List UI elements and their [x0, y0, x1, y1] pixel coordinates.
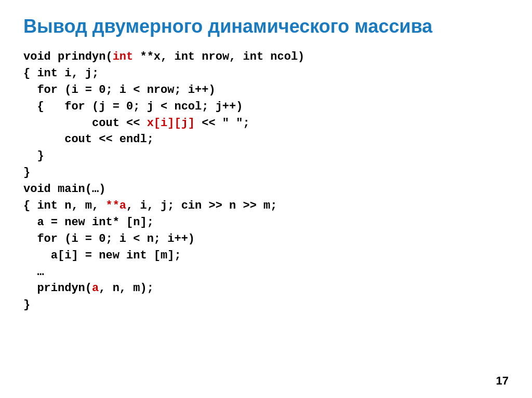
code-segment-x: x[i][j] — [147, 117, 195, 130]
code-segment: { int i, j; — [23, 67, 99, 80]
slide-number: 17 — [496, 374, 509, 388]
code-line-9: void main(…) — [23, 181, 509, 198]
code-line-6: cout << endl; — [23, 131, 509, 148]
code-segment: , n, m); — [99, 282, 154, 295]
code-line-7: } — [23, 148, 509, 164]
code-line-14: … — [23, 264, 509, 281]
code-line-4: { for (j = 0; j < ncol; j++) — [23, 99, 509, 115]
code-segment-a2: a — [92, 282, 99, 295]
code-segment-int1: int — [113, 50, 134, 63]
code-line-13: a[i] = new int [m]; — [23, 248, 509, 264]
code-segment: a = new int* [n]; — [23, 216, 154, 229]
code-line-1: void prindyn(int **x, int nrow, int ncol… — [23, 49, 509, 65]
code-segment: cout << endl; — [23, 133, 154, 146]
code-segment: a[i] = new int [m]; — [23, 249, 181, 262]
code-segment: for (i = 0; i < n; i++) — [23, 232, 195, 245]
code-segment: prindyn( — [23, 282, 92, 295]
code-segment: } — [23, 149, 44, 162]
code-segment: void main(…) — [23, 183, 105, 196]
code-line-12: for (i = 0; i < n; i++) — [23, 231, 509, 248]
code-segment-a: **a — [105, 199, 126, 212]
code-segment: … — [23, 266, 44, 279]
code-line-15: prindyn(a, n, m); — [23, 280, 509, 297]
code-segment: << " "; — [195, 117, 250, 130]
code-segment: cout << — [23, 117, 147, 130]
code-line-2: { int i, j; — [23, 65, 509, 82]
code-segment: { for (j = 0; j < ncol; j++) — [23, 100, 243, 113]
slide: Вывод двумерного динамического массива v… — [0, 0, 532, 398]
code-segment: { int n, m, — [23, 199, 105, 212]
code-line-11: a = new int* [n]; — [23, 214, 509, 231]
code-segment: } — [23, 298, 30, 311]
code-line-5: cout << x[i][j] << " "; — [23, 115, 509, 132]
code-segment: for (i = 0; i < nrow; i++) — [23, 84, 216, 97]
code-line-16: } — [23, 297, 509, 313]
code-line-10: { int n, m, **a, i, j; cin >> n >> m; — [23, 198, 509, 214]
code-segment: **x, int nrow, int ncol) — [133, 50, 304, 63]
code-segment: , i, j; cin >> n >> m; — [126, 199, 277, 212]
code-block: void prindyn(int **x, int nrow, int ncol… — [23, 49, 509, 313]
code-segment: void prindyn( — [23, 50, 113, 63]
slide-title: Вывод двумерного динамического массива — [23, 16, 509, 37]
code-line-8: } — [23, 164, 509, 181]
code-line-3: for (i = 0; i < nrow; i++) — [23, 82, 509, 99]
code-segment: } — [23, 166, 30, 179]
